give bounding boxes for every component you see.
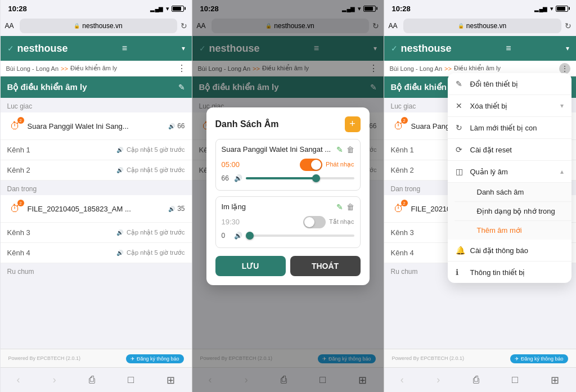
modal-header-2: Danh Sách Âm + (215, 116, 361, 132)
info-label: Thông tin thiết bị (470, 268, 564, 277)
sub-item-format[interactable]: Định dạng bộ nhớ trong (454, 202, 572, 221)
telegram-icon-1: ✈ (130, 356, 135, 362)
menu-item-refresh[interactable]: ↻ Làm mới thiết bị con (448, 117, 572, 139)
sub-item-list[interactable]: Danh sách âm (454, 183, 572, 202)
save-btn-2[interactable]: LƯU (215, 256, 286, 276)
footer-3: Powered By EPCBTECH (2.0.1) ✈ Đăng ký th… (384, 349, 576, 367)
volume-row-2a: 66 🔊 (222, 174, 354, 182)
info-icon-menu: ℹ (456, 268, 465, 277)
channel-name-3a: Kênh 1 (391, 146, 414, 154)
menu-item-rename[interactable]: ✎ Đổi tên thiết bị (448, 73, 572, 95)
browser-url-1[interactable]: 🔒 nesthouse.vn (20, 19, 177, 33)
menu-item-info[interactable]: ℹ Thông tin thiết bị (448, 262, 572, 283)
app-logo-3: ✓ nesthouse (391, 43, 452, 55)
exit-btn-2[interactable]: THOÁT (290, 256, 361, 276)
slider-track-2b[interactable] (246, 235, 354, 237)
logo-check-1: ✓ (7, 44, 14, 53)
menu-item-delete[interactable]: ✕ Xóa thiết bị ▾ (448, 95, 572, 117)
tabs-btn-1[interactable]: ⊞ (162, 374, 179, 386)
device-icon-1b: ⏱ 2 (7, 201, 23, 217)
browser-bar-3: AA 🔒 nesthouse.vn ↻ (384, 16, 576, 36)
back-btn-1[interactable]: ‹ (12, 374, 25, 386)
channel-name-3d: Kênh 4 (391, 249, 414, 257)
badge-1a: 2 (17, 117, 24, 124)
forward-btn-1[interactable]: › (48, 374, 61, 386)
notify-btn-3[interactable]: ✈ Đăng ký thông báo (510, 354, 568, 363)
delete-arrow: ▾ (560, 102, 564, 110)
sound-edit-icon-2a[interactable]: ✎ (336, 145, 343, 154)
url-text-1: nesthouse.vn (82, 22, 122, 30)
breadcrumb-more-1[interactable]: ⋮ (177, 63, 186, 74)
sound-controls-2a: 05:00 Phát nhạc (222, 159, 354, 171)
slider-track-2a[interactable] (246, 177, 354, 179)
forward-btn-3[interactable]: › (432, 374, 444, 386)
modal-add-btn-2[interactable]: + (345, 116, 361, 132)
menu-sub-audio: Danh sách âm Định dạng bộ nhớ trong Thêm… (448, 183, 572, 240)
device-item-1a[interactable]: ⏱ 2 Suara Panggil Walet Ini Sang... 🔊 66 (1, 112, 192, 140)
menu-item-notify[interactable]: 🔔 Cài đặt thông báo (448, 240, 572, 262)
breadcrumb-more-3[interactable]: ⋮ (559, 63, 570, 74)
channel-item-1c[interactable]: Kênh 3 🔊 Cập nhật 5 giờ trước (1, 223, 192, 243)
modal-title-2: Danh Sách Âm (215, 119, 279, 129)
modal-overlay-2[interactable]: Danh Sách Âm + Suara Panggil Walet Ini S… (192, 0, 384, 392)
browser-bar-1: AA 🔒 nesthouse.vn ↻ (1, 16, 192, 36)
back-btn-3[interactable]: ‹ (396, 374, 408, 386)
browser-nav-3: ‹ › ⎙ □ ⊞ (384, 367, 576, 392)
ru-chum-label-1: Ru chum (1, 263, 192, 278)
channel-status-1a: 🔊 Cập nhật 5 giờ trước (116, 146, 184, 154)
lock-icon-3: 🔒 (458, 23, 464, 29)
hamburger-icon-1[interactable]: ≡ (122, 43, 127, 53)
browser-aa-1[interactable]: AA (5, 22, 16, 30)
toggle-label-2b: Tắt nhạc (329, 218, 354, 226)
channel-vol-icon-1c: 🔊 (116, 229, 123, 236)
notify-label: Cài đặt thông báo (470, 246, 564, 255)
bookmarks-btn-1[interactable]: □ (123, 374, 138, 386)
channel-status-text-1c: Cập nhật 5 giờ trước (127, 229, 184, 236)
refresh-icon-1[interactable]: ↻ (181, 21, 187, 30)
breadcrumb-1: Bùi Long - Long An >> Điều khiển âm ly ⋮ (1, 61, 192, 76)
channel-item-1d[interactable]: Kênh 4 🔊 Cập nhật 5 giờ trước (1, 243, 192, 263)
menu-item-reset[interactable]: ⟳ Cài đặt reset (448, 139, 572, 161)
channel-item-1b[interactable]: Kênh 2 🔊 Cập nhật 5 giờ trước (1, 160, 192, 181)
browser-aa-3[interactable]: AA (389, 22, 400, 30)
device-vol-1b: 🔊 35 (168, 205, 184, 213)
channel-name-1b: Kênh 2 (7, 166, 30, 174)
sound-del-icon-2b[interactable]: 🗑 (346, 202, 354, 211)
toggle-2b[interactable] (303, 216, 326, 228)
chevron-down-1[interactable]: ▾ (182, 44, 185, 52)
sound-name-2a: Suara Panggil Walet Ini Sangat ... (222, 145, 333, 154)
notify-btn-1[interactable]: ✈ Đăng ký thông báo (126, 354, 184, 363)
device-icon-3b: ⏱ 2 (391, 201, 407, 217)
menu-item-audio[interactable]: ◫ Quản lý âm ▴ (448, 161, 572, 183)
vol-icon-1b: 🔊 (168, 206, 175, 212)
sound-edit-icon-2b[interactable]: ✎ (336, 202, 343, 211)
toggle-label-2a: Phát nhạc (326, 161, 354, 168)
hamburger-icon-3[interactable]: ≡ (506, 43, 511, 53)
refresh-icon-3[interactable]: ↻ (565, 21, 572, 30)
share-btn-1[interactable]: ⎙ (84, 374, 100, 386)
channel-item-1a[interactable]: Kênh 1 🔊 Cập nhật 5 giờ trước (1, 140, 192, 160)
chevron-down-3[interactable]: ▾ (566, 44, 569, 52)
sound-del-icon-2a[interactable]: 🗑 (346, 145, 354, 154)
sub-item-add-new[interactable]: Thêm âm mới (454, 221, 572, 240)
status-time-3: 10:28 (392, 4, 411, 13)
sound-item-2b: Im lặng ✎ 🗑 19:30 Tắt nhạc (215, 196, 361, 248)
edit-icon-1[interactable]: ✎ (178, 83, 185, 92)
tabs-btn-3[interactable]: ⊞ (546, 374, 564, 386)
browser-url-3[interactable]: 🔒 nesthouse.vn (403, 19, 561, 33)
toggle-2a[interactable] (300, 159, 322, 171)
refresh-label: Làm mới thiết bị con (470, 124, 564, 132)
channel-name-3b: Kênh 2 (391, 166, 414, 174)
share-btn-3[interactable]: ⎙ (469, 374, 484, 386)
app-logo-1: ✓ nesthouse (7, 43, 68, 55)
audio-icon-menu: ◫ (456, 167, 465, 176)
bookmarks-btn-3[interactable]: □ (507, 374, 523, 386)
vol-num-1a: 66 (177, 122, 184, 130)
channel-status-1c: 🔊 Cập nhật 5 giờ trước (116, 229, 184, 236)
device-title-text-1: Bộ điều khiển âm ly (7, 82, 87, 92)
phones-container: 10:28 ▂▄▆ ▾ AA 🔒 nesthouse.vn ↻ ✓ nestho… (0, 0, 576, 392)
edit-icon-menu: ✎ (456, 79, 465, 88)
device-item-1b[interactable]: ⏱ 2 FILE_20210405_185823_AM ... 🔊 35 (1, 195, 192, 223)
device-icon-1a: ⏱ 2 (7, 118, 23, 134)
sound-name-2b: Im lặng (222, 202, 333, 211)
